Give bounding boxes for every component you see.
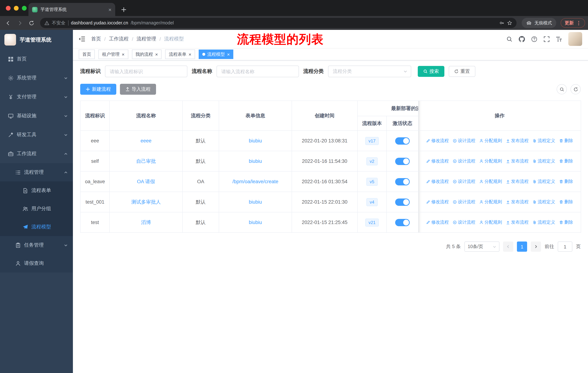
action-definition-button[interactable]: 流程定义 [533, 199, 555, 205]
action-definition-button[interactable]: 流程定义 [533, 179, 555, 185]
breadcrumb-workflow[interactable]: 工作流程 [109, 36, 129, 42]
sidebar-item-system-management[interactable]: 系统管理 [0, 69, 73, 87]
search-button[interactable]: 搜索 [418, 66, 444, 77]
action-assign-rule-button[interactable]: 分配规则 [479, 179, 502, 185]
page-size-select[interactable]: 10条/页 [464, 242, 499, 252]
active-toggle[interactable] [395, 178, 410, 185]
tag-process-model[interactable]: 流程模型 [199, 50, 233, 59]
action-design-button[interactable]: 设计流程 [453, 158, 475, 164]
sidebar-item-process-model[interactable]: 流程模型 [0, 218, 73, 236]
action-publish-button[interactable]: 发布流程 [506, 158, 529, 164]
action-definition-button[interactable]: 流程定义 [533, 219, 555, 225]
back-button[interactable] [3, 18, 13, 28]
sidebar-item-process-management[interactable]: 流程管理 [0, 163, 73, 181]
page-1-button[interactable]: 1 [517, 242, 527, 252]
action-design-button[interactable]: 设计流程 [453, 138, 475, 144]
category-select[interactable]: 流程分类 [328, 66, 411, 77]
import-process-button[interactable]: 导入流程 [120, 84, 156, 95]
tab-close-icon[interactable] [108, 7, 112, 12]
search-icon[interactable] [506, 36, 513, 42]
close-icon[interactable] [189, 52, 191, 57]
forward-button[interactable] [15, 18, 25, 28]
action-assign-rule-button[interactable]: 分配规则 [479, 199, 502, 205]
new-tab-button[interactable] [119, 5, 128, 14]
action-publish-button[interactable]: 发布流程 [506, 179, 529, 185]
action-edit-button[interactable]: 修改流程 [426, 219, 449, 225]
tag-my-process[interactable]: 我的流程 [132, 50, 161, 59]
action-delete-button[interactable]: 删除 [559, 158, 573, 164]
form-info-link[interactable]: biubiu [249, 159, 262, 164]
action-publish-button[interactable]: 发布流程 [506, 199, 529, 205]
fullscreen-icon[interactable] [544, 36, 550, 42]
action-publish-button[interactable]: 发布流程 [506, 138, 529, 144]
active-toggle[interactable] [395, 198, 410, 206]
form-info-link[interactable]: /bpm/oa/leave/create [232, 179, 278, 184]
browser-tab[interactable]: 芋道管理系统 [28, 3, 115, 16]
action-assign-rule-button[interactable]: 分配规则 [479, 158, 502, 164]
refresh-table-button[interactable] [570, 84, 581, 94]
sidebar-item-process-form[interactable]: 流程表单 [0, 181, 73, 200]
next-page-button[interactable] [531, 242, 541, 252]
create-process-button[interactable]: 新建流程 [80, 84, 116, 95]
breadcrumb-home[interactable]: 首页 [91, 36, 101, 42]
font-size-icon[interactable] [556, 36, 562, 42]
action-design-button[interactable]: 设计流程 [453, 179, 475, 185]
action-delete-button[interactable]: 删除 [559, 199, 573, 205]
action-definition-button[interactable]: 流程定义 [533, 158, 555, 164]
action-edit-button[interactable]: 修改流程 [426, 179, 449, 185]
active-toggle[interactable] [395, 219, 410, 226]
close-icon[interactable] [122, 52, 125, 57]
process-name-link[interactable]: OA 请假 [137, 179, 155, 184]
process-name-link[interactable]: 滔博 [141, 220, 151, 225]
active-toggle[interactable] [395, 137, 410, 144]
close-icon[interactable] [155, 52, 158, 57]
action-delete-button[interactable]: 删除 [559, 138, 573, 144]
process-key-input[interactable] [105, 66, 187, 77]
process-name-link[interactable]: 自己审批 [136, 158, 156, 164]
tag-tenant-management[interactable]: 租户管理 [98, 50, 128, 59]
action-edit-button[interactable]: 修改流程 [426, 138, 449, 144]
action-definition-button[interactable]: 流程定义 [533, 138, 555, 144]
action-edit-button[interactable]: 修改流程 [426, 158, 449, 164]
update-browser-button[interactable]: 更新 [561, 18, 585, 28]
active-toggle[interactable] [395, 158, 410, 165]
tag-process-form[interactable]: 流程表单 [165, 50, 195, 59]
address-bar[interactable]: 不安全 dashboard.yudao.iocoder.cn/bpm/manag… [40, 18, 516, 28]
prev-page-button[interactable] [503, 242, 513, 252]
form-info-link[interactable]: biubiu [249, 199, 262, 205]
sidebar-item-dev-tools[interactable]: 研发工具 [0, 125, 73, 144]
reload-button[interactable] [26, 18, 36, 28]
process-name-link[interactable]: eeee [141, 138, 151, 143]
tag-home[interactable]: 首页 [79, 50, 95, 59]
user-avatar[interactable] [568, 32, 582, 46]
form-info-link[interactable]: biubiu [249, 138, 262, 143]
toggle-search-button[interactable] [557, 84, 567, 94]
action-design-button[interactable]: 设计流程 [453, 199, 475, 205]
action-delete-button[interactable]: 删除 [559, 179, 573, 185]
sidebar-item-payment-management[interactable]: 支付管理 [0, 87, 73, 106]
action-publish-button[interactable]: 发布流程 [506, 219, 529, 225]
form-info-link[interactable]: biubiu [249, 220, 262, 225]
sidebar-item-leave-query[interactable]: 请假查询 [0, 254, 73, 272]
close-window-button[interactable] [6, 6, 10, 10]
breadcrumb-process-management[interactable]: 流程管理 [136, 36, 156, 42]
sidebar-item-workflow[interactable]: 工作流程 [0, 144, 73, 163]
minimize-window-button[interactable] [14, 6, 19, 10]
close-icon[interactable] [227, 52, 230, 57]
sidebar-item-infrastructure[interactable]: 基础设施 [0, 106, 73, 125]
password-key-icon[interactable] [499, 20, 504, 26]
action-edit-button[interactable]: 修改流程 [426, 199, 449, 205]
collapse-sidebar-icon[interactable] [79, 36, 85, 42]
reset-button[interactable]: 重置 [449, 66, 475, 77]
action-assign-rule-button[interactable]: 分配规则 [479, 219, 502, 225]
process-name-link[interactable]: 测试多审批人 [131, 199, 161, 204]
sidebar-item-user-group[interactable]: 用户分组 [0, 200, 73, 218]
goto-page-input[interactable] [558, 242, 572, 252]
github-icon[interactable] [519, 36, 525, 42]
bookmark-star-icon[interactable] [507, 20, 512, 26]
zoom-window-button[interactable] [22, 6, 27, 10]
sidebar-item-task-management[interactable]: 任务管理 [0, 236, 73, 254]
action-assign-rule-button[interactable]: 分配规则 [479, 138, 502, 144]
action-design-button[interactable]: 设计流程 [453, 219, 475, 225]
sidebar-item-home[interactable]: 首页 [0, 50, 73, 69]
